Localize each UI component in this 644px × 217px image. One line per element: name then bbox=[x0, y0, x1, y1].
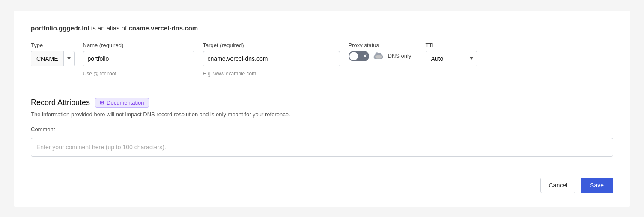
name-hint: Use @ for root bbox=[83, 71, 194, 77]
divider-2 bbox=[31, 167, 613, 167]
documentation-badge[interactable]: ⊞ Documentation bbox=[95, 98, 149, 108]
alias-is-text: is an alias of bbox=[91, 24, 127, 32]
ttl-field-group: TTL Auto bbox=[426, 42, 477, 66]
name-label: Name (required) bbox=[83, 42, 194, 48]
comment-input[interactable] bbox=[31, 138, 613, 157]
doc-badge-label: Documentation bbox=[107, 99, 144, 106]
target-label: Target (required) bbox=[203, 42, 340, 48]
divider-1 bbox=[31, 87, 613, 87]
proxy-status-field-group: Proxy status ✕ DNS only bbox=[349, 42, 417, 61]
type-select-wrapper[interactable]: CNAME bbox=[31, 51, 75, 66]
dns-only-label: DNS only bbox=[388, 53, 411, 59]
toggle-x-icon: ✕ bbox=[363, 54, 367, 58]
alias-domain: portfolio.gggedr.lol bbox=[31, 24, 89, 32]
record-attributes-header: Record Attributes ⊞ Documentation bbox=[31, 98, 613, 108]
target-input[interactable] bbox=[203, 51, 340, 66]
chevron-down-icon bbox=[67, 57, 71, 60]
type-value: CNAME bbox=[31, 51, 64, 66]
doc-badge-icon: ⊞ bbox=[100, 99, 104, 105]
proxy-toggle[interactable]: ✕ bbox=[349, 51, 369, 61]
save-button[interactable]: Save bbox=[581, 178, 613, 193]
dns-record-form: portfolio.gggedr.lol is an alias of cnam… bbox=[14, 11, 630, 207]
toggle-knob bbox=[349, 52, 358, 60]
name-field-group: Name (required) Use @ for root bbox=[83, 42, 194, 77]
comment-field-group: Comment bbox=[31, 126, 613, 157]
ttl-dropdown-button[interactable] bbox=[466, 51, 477, 66]
record-attributes-description: The information provided here will not i… bbox=[31, 111, 613, 118]
proxy-controls: ✕ DNS only bbox=[349, 51, 417, 61]
target-field-group: Target (required) E.g. www.example.com bbox=[203, 42, 340, 77]
form-row: Type CNAME Name (required) Use @ for roo… bbox=[31, 42, 613, 77]
type-dropdown-button[interactable] bbox=[64, 51, 74, 66]
type-label: Type bbox=[31, 42, 75, 48]
ttl-chevron-down-icon bbox=[470, 57, 473, 60]
ttl-select-wrapper[interactable]: Auto bbox=[426, 51, 477, 66]
target-hint: E.g. www.example.com bbox=[203, 71, 340, 77]
ttl-label: TTL bbox=[426, 42, 477, 48]
alias-info: portfolio.gggedr.lol is an alias of cnam… bbox=[31, 24, 613, 32]
alias-cname: cname.vercel-dns.com bbox=[128, 24, 198, 32]
record-attributes-title: Record Attributes bbox=[31, 98, 90, 107]
cloud-icon bbox=[373, 52, 385, 60]
name-input[interactable] bbox=[83, 51, 194, 66]
type-field-group: Type CNAME bbox=[31, 42, 75, 66]
proxy-status-label: Proxy status bbox=[349, 42, 417, 48]
comment-label: Comment bbox=[31, 126, 613, 133]
cancel-button[interactable]: Cancel bbox=[540, 178, 575, 193]
footer-row: Cancel Save bbox=[31, 178, 613, 193]
ttl-value: Auto bbox=[426, 55, 466, 62]
